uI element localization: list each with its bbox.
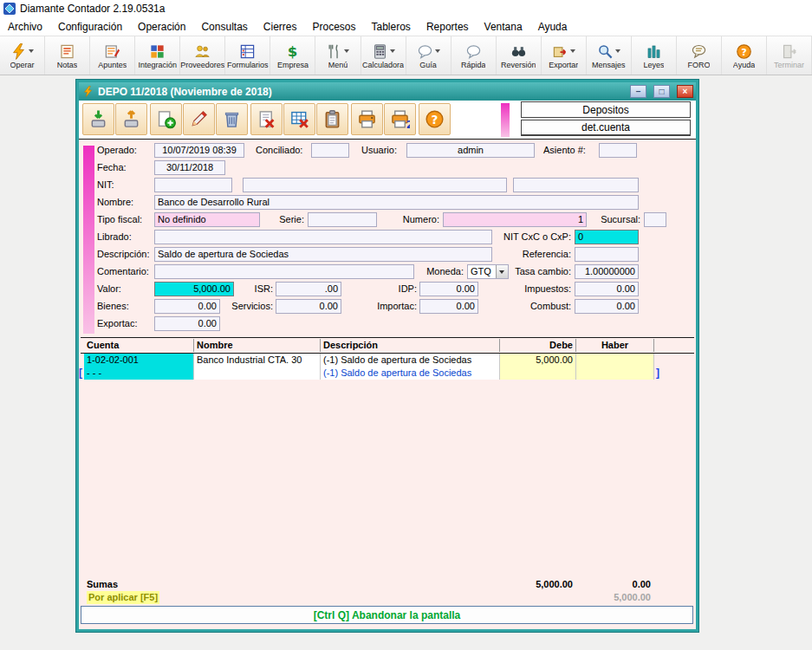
table-cell[interactable]: (-1) Saldo de apertura de Sociedas <box>321 367 500 380</box>
menu-operacion[interactable]: Operación <box>130 21 193 33</box>
conciliado-field[interactable] <box>311 143 349 158</box>
child-titlebar[interactable]: DEPO 11/2018 (Noviembre de 2018) – □ × <box>79 82 696 101</box>
referencia-field[interactable] <box>575 247 639 262</box>
impuestos-field[interactable]: 0.00 <box>575 282 639 296</box>
nit-field-1[interactable] <box>154 178 232 192</box>
comentario-field[interactable] <box>154 264 414 279</box>
serie-label: Serie: <box>271 212 304 226</box>
operado-field[interactable]: 10/07/2019 08:39 <box>154 143 244 158</box>
table-cell[interactable]: (-1) Saldo de apertura de Sociedas <box>321 354 500 367</box>
paste-button[interactable] <box>316 103 348 135</box>
toolbar-operar[interactable]: Operar <box>0 36 45 75</box>
export-button[interactable] <box>115 103 147 135</box>
nombre-field[interactable]: Banco de Desarrollo Rural <box>154 195 639 210</box>
toolbar-integracion[interactable]: Integración <box>135 36 180 75</box>
col-header-haber: Haber <box>576 339 654 352</box>
toolbar-proveedores[interactable]: Proveedores <box>180 36 225 75</box>
delete-button[interactable] <box>216 103 248 135</box>
edit-button[interactable] <box>183 103 215 135</box>
librado-field[interactable] <box>154 230 492 244</box>
table-cell[interactable]: - - - <box>84 367 194 380</box>
menu-tableros[interactable]: Tableros <box>364 21 419 33</box>
fecha-field[interactable]: 30/11/2018 <box>154 160 225 175</box>
menu-archivo[interactable]: Archivo <box>0 21 50 33</box>
toolbar-menu[interactable]: Menú <box>315 36 361 75</box>
tasa-cambio-label: Tasa cambio: <box>510 264 571 278</box>
isr-field[interactable]: .00 <box>276 282 341 296</box>
toolbar-leyes[interactable]: Leyes <box>632 36 677 75</box>
por-aplicar-label: Por aplicar [F5] <box>87 591 159 604</box>
edit-pencil-icon <box>189 109 209 129</box>
table-cell[interactable]: 1-02-02-001 <box>84 354 194 367</box>
nit-cxc-field[interactable]: 0 <box>575 230 639 244</box>
add-button[interactable] <box>150 103 182 135</box>
nit-field-2[interactable] <box>243 178 507 192</box>
moneda-select[interactable]: GTQ <box>467 264 509 279</box>
maximize-button[interactable]: □ <box>653 85 670 98</box>
help-button[interactable] <box>419 103 451 135</box>
valor-field[interactable]: 5,000.00 <box>154 282 234 296</box>
app-titlebar: Diamante Contador 2.19.0531a <box>0 0 812 17</box>
toolbar-notas[interactable]: Notas <box>45 36 90 75</box>
menu-configuracion[interactable]: Configuración <box>50 21 130 33</box>
toolbar-mensajes[interactable]: Mensajes <box>587 36 632 75</box>
table-cell[interactable] <box>500 367 576 380</box>
exportac-label: Exportac: <box>97 316 137 330</box>
bracket-close: ] <box>656 367 659 380</box>
toolbar-reversion[interactable]: Reversión <box>497 36 542 75</box>
table-cell[interactable]: Banco Industrial CTA. 30 <box>194 354 321 367</box>
menu-cierres[interactable]: Cierres <box>256 21 305 33</box>
toolbar-apuntes[interactable]: Apuntes <box>90 36 135 75</box>
print-button[interactable] <box>351 103 383 135</box>
combust-field[interactable]: 0.00 <box>575 299 639 314</box>
nit-field-3[interactable] <box>513 178 639 192</box>
print-2-button[interactable] <box>384 103 416 135</box>
menu-ventana[interactable]: Ventana <box>477 21 530 33</box>
toolbar-foro[interactable]: FORO <box>677 36 722 75</box>
menu-ayuda[interactable]: Ayuda <box>530 21 575 33</box>
toolbar-formularios[interactable]: Formularios <box>225 36 270 75</box>
servicios-field[interactable]: 0.00 <box>276 299 341 314</box>
menu-consultas[interactable]: Consultas <box>193 21 255 33</box>
panel-depositos[interactable]: Depositos <box>521 101 691 118</box>
descripcion-field[interactable]: Saldo de apertura de Sociedas <box>154 247 492 262</box>
menu-procesos[interactable]: Procesos <box>304 21 363 33</box>
bienes-field[interactable]: 0.00 <box>154 299 220 314</box>
toolbar-empresa[interactable]: Empresa <box>270 36 315 75</box>
bracket-open: [ <box>79 367 82 380</box>
void-button[interactable] <box>250 103 283 135</box>
menu-reportes[interactable]: Reportes <box>419 21 477 33</box>
panel-det-cuenta[interactable]: det.cuenta <box>521 120 691 136</box>
serie-field[interactable] <box>308 212 377 227</box>
exportac-field[interactable]: 0.00 <box>154 316 220 331</box>
toolbar-exportar[interactable]: Exportar <box>542 36 587 75</box>
chevron-down-icon <box>435 49 440 53</box>
excel-delete-button[interactable] <box>283 103 315 135</box>
sucursal-field[interactable] <box>644 212 666 227</box>
paste-clipboard-icon <box>322 109 342 129</box>
table-cell[interactable]: 5,000.00 <box>500 354 576 367</box>
asiento-field[interactable] <box>599 143 637 158</box>
toolbar-calculadora[interactable]: Calculadora <box>361 36 406 75</box>
minimize-button[interactable]: – <box>630 85 646 98</box>
child-title: DEPO 11/2018 (Noviembre de 2018) <box>98 86 272 98</box>
table-cell[interactable] <box>576 354 654 367</box>
tipo-fiscal-field[interactable]: No definido <box>154 212 260 227</box>
close-button[interactable]: × <box>677 85 693 98</box>
impuestos-label: Impuestos: <box>469 282 571 296</box>
toolbar-ayuda[interactable]: Ayuda <box>722 36 767 75</box>
usuario-field[interactable]: admin <box>406 143 535 158</box>
tasa-cambio-field[interactable]: 1.00000000 <box>575 264 639 279</box>
numero-field[interactable]: 1 <box>443 212 587 227</box>
fork-icon <box>326 43 342 60</box>
toolbar-terminar[interactable]: Terminar <box>767 36 812 75</box>
speech-bubble-icon <box>417 43 433 60</box>
toolbar-guia[interactable]: Guía <box>406 36 451 75</box>
table-cell[interactable] <box>576 367 654 380</box>
toolbar-rapida[interactable]: Rápida <box>451 36 497 75</box>
import-button[interactable] <box>82 103 114 135</box>
sucursal-label: Sucursal: <box>592 212 640 226</box>
footer-hint: [Ctrl Q] Abandonar la pantalla <box>81 606 693 624</box>
table-cell[interactable] <box>194 367 321 380</box>
people-icon <box>194 43 211 60</box>
